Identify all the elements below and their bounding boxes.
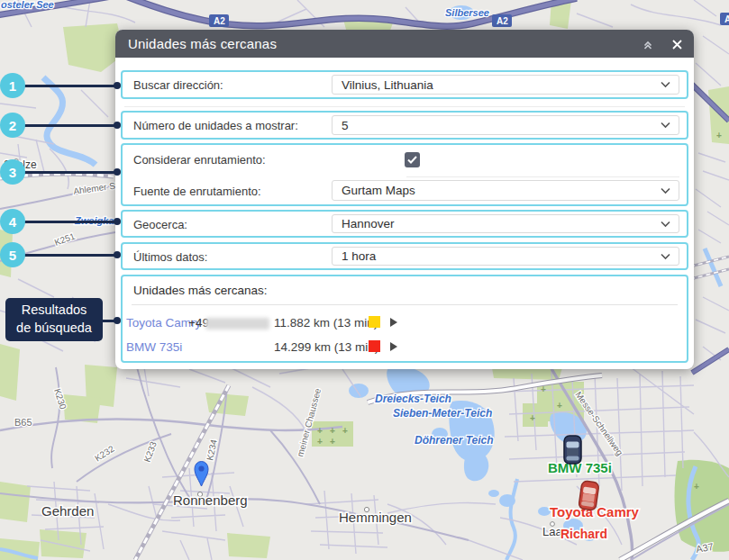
unit-distance: 14.299 km (13 min): [274, 340, 378, 354]
unit-distance: 11.882 km (13 min): [274, 316, 378, 330]
units-count-row: Número de unidades a mostrar: 5: [121, 111, 688, 140]
unit-marker-bmw[interactable]: [564, 436, 581, 464]
annotation-line-3: [13, 171, 115, 174]
svg-text:A2: A2: [497, 16, 508, 26]
svg-text:+: +: [541, 384, 546, 394]
map-label-ronnenberg: Ronnenberg: [173, 492, 248, 508]
svg-text:+: +: [317, 426, 323, 436]
search-address-select[interactable]: Vilnius, Lithuania: [332, 75, 679, 95]
results-callout-dot: [114, 317, 121, 324]
geofence-row: Geocerca: Hannover: [121, 210, 688, 238]
unit-expand-arrow[interactable]: [390, 318, 397, 327]
annotation-badge-3: 3: [0, 159, 25, 185]
unit-expand-arrow[interactable]: [390, 342, 397, 351]
svg-text:+: +: [716, 131, 722, 140]
latest-data-value: 1 hora: [342, 249, 376, 263]
svg-text:+: +: [317, 437, 323, 447]
annotation-badge-4: 4: [0, 209, 25, 234]
annotation-dot-5: [114, 251, 121, 258]
svg-text:+: +: [557, 401, 562, 411]
unit-link-bmw[interactable]: BMW 735i: [126, 340, 182, 354]
latest-data-label: Últimos datos:: [133, 249, 207, 263]
routing-group-row: Considerar enrutamiento: Fuente de enrut…: [121, 143, 688, 206]
latest-data-select[interactable]: 1 hora: [332, 247, 679, 266]
chevron-down-icon: [661, 221, 670, 227]
close-icon: [671, 39, 683, 50]
geofence-value: Hannover: [342, 217, 395, 230]
routing-source-select[interactable]: Gurtam Maps: [332, 180, 679, 201]
annotation-dot-3: [114, 168, 121, 176]
unit-color-swatch-red: [369, 340, 380, 352]
annotation-badge-5: 5: [0, 242, 25, 267]
search-address-row: Buscar dirección: Vilnius, Lithuania: [121, 70, 688, 99]
map-label-gehrden: Gehrden: [41, 503, 94, 519]
annotation-badge-1: 1: [0, 73, 25, 98]
consider-routing-label: Considerar enrutamiento:: [133, 153, 266, 167]
annotation-badge-2: 2: [0, 113, 25, 138]
app-window: + + + + + + + + + + A2 A2 A2: [0, 0, 729, 560]
svg-text:A2: A2: [214, 16, 225, 26]
latest-data-row: Últimos datos: 1 hora: [121, 242, 688, 270]
svg-text:+: +: [330, 437, 335, 447]
results-header: Unidades más cercanas:: [133, 284, 268, 297]
annotation-line-5: [13, 254, 115, 257]
close-button[interactable]: [667, 34, 687, 54]
unit-marker-toyota[interactable]: [579, 481, 599, 510]
map-label-dreiecks-teich: Dreiecks-Teich: [375, 393, 451, 405]
results-divider: [132, 304, 678, 305]
svg-text:+: +: [342, 426, 348, 436]
annotation-dot-2: [114, 122, 121, 129]
annotation-dot-1: [114, 82, 121, 89]
chevron-down-icon: [661, 122, 670, 129]
search-address-label: Buscar dirección:: [133, 78, 223, 92]
map-label-silbersee: Silbersee: [445, 7, 489, 18]
svg-text:+: +: [530, 413, 535, 423]
map-label-sieben-meter-teich: Sieben-Meter-Teich: [393, 407, 492, 420]
unit-color-swatch-yellow: [369, 316, 380, 328]
consider-routing-checkbox[interactable]: [405, 152, 420, 167]
units-count-select[interactable]: 5: [332, 115, 679, 135]
collapse-button[interactable]: [638, 34, 658, 54]
search-address-value: Vilnius, Lithuania: [342, 78, 433, 92]
svg-text:+: +: [330, 426, 335, 436]
map-label-osteler-see: osteler See: [1, 0, 54, 10]
double-chevron-up-icon: [642, 38, 654, 50]
chevron-down-icon: [661, 82, 670, 88]
chevron-down-icon: [661, 187, 670, 194]
units-count-label: Número de unidades a mostrar:: [133, 119, 298, 132]
nearest-units-dialog: Unidades más cercanas Buscar dirección: …: [115, 30, 694, 369]
units-count-value: 5: [342, 119, 349, 132]
annotation-line-2: [13, 124, 115, 127]
annotation-dot-4: [114, 218, 121, 225]
svg-text:A2: A2: [724, 14, 729, 24]
map-label-doehrener-teich: Döhrener Teich: [415, 434, 494, 447]
unit-phone-redacted: [205, 318, 269, 330]
routing-source-label: Fuente de enrutamiento:: [133, 185, 261, 198]
results-section: Unidades más cercanas: Toyota Camry +49 …: [121, 275, 688, 363]
map-label-b65: B65: [14, 417, 32, 428]
annotation-line-4: [13, 221, 115, 223]
map-label-hemmingen: Hemmingen: [339, 510, 412, 525]
geofence-select[interactable]: Hannover: [332, 214, 679, 233]
check-icon: [407, 156, 417, 164]
geofence-label: Geocerca:: [133, 217, 187, 230]
annotation-line-1: [13, 85, 115, 87]
routing-source-value: Gurtam Maps: [342, 184, 415, 197]
chevron-down-icon: [661, 253, 670, 259]
svg-text:+: +: [694, 482, 699, 492]
sub-row-divider: [406, 176, 679, 177]
unit-label-richard: Richard: [560, 527, 607, 541]
row-divider: [124, 106, 685, 107]
results-callout-label: Resultados de búsqueda: [5, 298, 103, 341]
dialog-title: Unidades más cercanas: [115, 36, 277, 51]
dialog-header[interactable]: Unidades más cercanas: [115, 30, 694, 58]
